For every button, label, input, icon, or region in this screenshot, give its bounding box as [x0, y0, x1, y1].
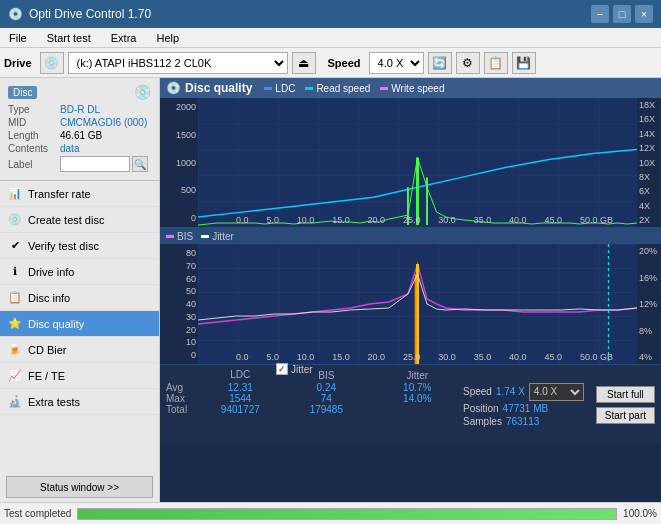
ldc-dot — [264, 87, 272, 90]
drive-icon-btn[interactable]: 💿 — [40, 52, 64, 74]
speed-label: Speed — [463, 386, 492, 397]
speed-position-area: Speed 1.74 X 4.0 X Position 47731 MB Sam… — [457, 365, 590, 444]
write-speed-label: Write speed — [391, 83, 444, 94]
disc-info-icon: 📋 — [8, 291, 22, 305]
disc-eject-icon[interactable]: 💿 — [134, 84, 151, 100]
stats-row: LDC BIS Jitter Avg 12.31 — [160, 364, 661, 444]
sidebar-item-disc-quality[interactable]: ⭐ Disc quality — [0, 311, 159, 337]
jitter-label: Jitter — [212, 231, 234, 242]
status-window-button[interactable]: Status window >> — [6, 476, 153, 498]
lower-chart-svg — [198, 244, 637, 364]
fe-te-icon: 📈 — [8, 369, 22, 383]
toolbar: Drive 💿 (k:) ATAPI iHBS112 2 CL0K ⏏ Spee… — [0, 48, 661, 78]
refresh-button[interactable]: 🔄 — [428, 52, 452, 74]
upper-y-right: 18X16X14X12X10X8X6X4X2X — [637, 98, 661, 227]
settings-button[interactable]: ⚙ — [456, 52, 480, 74]
position-value: 47731 MB — [503, 403, 549, 414]
position-row: Position 47731 MB — [463, 403, 584, 414]
nav-label: Disc quality — [28, 318, 84, 330]
max-ldc: 1544 — [194, 393, 287, 404]
eject-button[interactable]: ⏏ — [292, 52, 316, 74]
speed-select[interactable]: 4.0 X 8.0 X — [369, 52, 424, 74]
sidebar-item-disc-info[interactable]: 📋 Disc info — [0, 285, 159, 311]
speed-row: Speed 1.74 X 4.0 X — [463, 383, 584, 401]
lower-y-left: 80706050403020100 — [160, 244, 198, 364]
disc-badge: Disc — [8, 86, 37, 99]
sidebar-item-fe-te[interactable]: 📈 FE / TE — [0, 363, 159, 389]
bis-legend: BIS — [166, 231, 193, 242]
total-label: Total — [166, 404, 194, 415]
type-value: BD-R DL — [60, 104, 100, 115]
sidebar-item-create-test-disc[interactable]: 💿 Create test disc — [0, 207, 159, 233]
close-button[interactable]: × — [635, 5, 653, 23]
menubar: File Start test Extra Help — [0, 28, 661, 48]
sidebar-item-verify-test-disc[interactable]: ✔ Verify test disc — [0, 233, 159, 259]
avg-ldc: 12.31 — [194, 382, 287, 393]
menu-extra[interactable]: Extra — [106, 30, 142, 46]
avg-label: Avg — [166, 382, 194, 393]
mid-label: MID — [8, 117, 60, 128]
label-input[interactable] — [60, 156, 130, 172]
sidebar-item-drive-info[interactable]: ℹ Drive info — [0, 259, 159, 285]
drive-select[interactable]: (k:) ATAPI iHBS112 2 CL0K — [68, 52, 288, 74]
app-icon: 💿 — [8, 7, 23, 21]
total-ldc: 9401727 — [194, 404, 287, 415]
drive-label: Drive — [4, 57, 32, 69]
menu-file[interactable]: File — [4, 30, 32, 46]
save-button[interactable]: 💾 — [512, 52, 536, 74]
sidebar-nav: 📊 Transfer rate 💿 Create test disc ✔ Ver… — [0, 181, 159, 502]
content-header: 💿 Disc quality LDC Read speed Write spee… — [160, 78, 661, 98]
nav-label: Disc info — [28, 292, 70, 304]
sidebar-item-cd-bier[interactable]: 🍺 CD Bier — [0, 337, 159, 363]
content-disc-icon: 💿 — [166, 81, 181, 95]
stats-avg-row: Avg 12.31 0.24 10.7% — [166, 382, 451, 393]
max-bis: 74 — [287, 393, 366, 404]
maximize-button[interactable]: □ — [613, 5, 631, 23]
titlebar-controls: − □ × — [591, 5, 653, 23]
bis-label: BIS — [177, 231, 193, 242]
sidebar: Disc 💿 Type BD-R DL MID CMCMAGDI6 (000) … — [0, 78, 160, 502]
lower-chart: 80706050403020100 20%16%12%8%4% — [160, 244, 661, 364]
max-jitter: 14.0% — [384, 393, 451, 404]
position-label: Position — [463, 403, 499, 414]
legend-ldc: LDC — [264, 83, 295, 94]
ldc-label: LDC — [275, 83, 295, 94]
upper-chart-svg — [198, 98, 637, 227]
info-button[interactable]: 📋 — [484, 52, 508, 74]
app-title: Opti Drive Control 1.70 — [29, 7, 151, 21]
status-text: Test completed — [4, 508, 71, 519]
titlebar-left: 💿 Opti Drive Control 1.70 — [8, 7, 151, 21]
drive-info-icon: ℹ — [8, 265, 22, 279]
titlebar: 💿 Opti Drive Control 1.70 − □ × — [0, 0, 661, 28]
start-part-button[interactable]: Start part — [596, 407, 655, 424]
read-speed-label: Read speed — [316, 83, 370, 94]
charts-area: 2000150010005000 18X16X14X12X10X8X6X4X2X — [160, 98, 661, 502]
minimize-button[interactable]: − — [591, 5, 609, 23]
legend-write-speed: Write speed — [380, 83, 444, 94]
speed-dropdown[interactable]: 4.0 X — [529, 383, 584, 401]
upper-x-axis: 0.05.010.015.020.025.030.035.040.045.050… — [198, 213, 637, 227]
jitter-checkbox[interactable]: ✓ — [276, 363, 288, 375]
label-btn[interactable]: 🔍 — [132, 156, 148, 172]
menu-start-test[interactable]: Start test — [42, 30, 96, 46]
sidebar-item-extra-tests[interactable]: 🔬 Extra tests — [0, 389, 159, 415]
upper-y-left: 2000150010005000 — [160, 98, 198, 227]
extra-tests-icon: 🔬 — [8, 395, 22, 409]
speed-label: Speed — [328, 57, 361, 69]
disc-quality-icon: ⭐ — [8, 317, 22, 331]
read-speed-dot — [305, 87, 313, 90]
start-full-button[interactable]: Start full — [596, 386, 655, 403]
avg-jitter: 10.7% — [384, 382, 451, 393]
jitter-text: Jitter — [291, 364, 313, 375]
contents-label: Contents — [8, 143, 60, 154]
samples-value: 763113 — [506, 416, 539, 427]
progress-percent: 100.0% — [623, 508, 657, 519]
menu-help[interactable]: Help — [151, 30, 184, 46]
jitter-legend: Jitter — [201, 231, 234, 242]
mid-value: CMCMAGDI6 (000) — [60, 117, 147, 128]
transfer-rate-icon: 📊 — [8, 187, 22, 201]
contents-value: data — [60, 143, 79, 154]
nav-label: Verify test disc — [28, 240, 99, 252]
content-area: 💿 Disc quality LDC Read speed Write spee… — [160, 78, 661, 502]
sidebar-item-transfer-rate[interactable]: 📊 Transfer rate — [0, 181, 159, 207]
